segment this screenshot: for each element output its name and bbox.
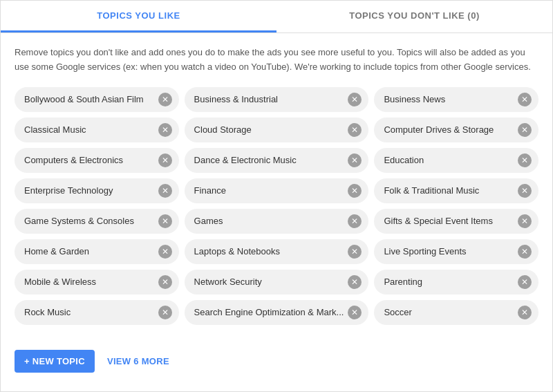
topic-remove-button[interactable]: ✕	[518, 275, 532, 289]
topic-label: Home & Garden	[24, 246, 154, 256]
topic-label: Bollywood & South Asian Film	[24, 94, 154, 104]
new-topic-button[interactable]: + NEW TOPIC	[15, 350, 95, 373]
topic-label: Game Systems & Consoles	[24, 216, 154, 226]
topic-remove-button[interactable]: ✕	[348, 153, 362, 167]
tab-bar: TOPICS YOU LIKETOPICS YOU DON'T LIKE (0)	[1, 1, 552, 33]
topic-remove-button[interactable]: ✕	[348, 275, 362, 289]
description-text: Remove topics you don't like and add one…	[15, 46, 538, 75]
topic-chip: Rock Music✕	[15, 300, 179, 325]
topic-remove-button[interactable]: ✕	[348, 245, 362, 259]
topic-label: Soccer	[384, 307, 514, 317]
topic-chip: Soccer✕	[374, 300, 538, 325]
topic-label: Search Engine Optimization & Mark...	[194, 307, 344, 317]
topic-remove-button[interactable]: ✕	[518, 123, 532, 137]
topic-chip: Dance & Electronic Music✕	[185, 148, 369, 173]
topic-remove-button[interactable]: ✕	[518, 245, 532, 259]
footer-bar: + NEW TOPIC VIEW 6 MORE	[1, 343, 552, 385]
topic-label: Business News	[384, 94, 514, 104]
topic-label: Live Sporting Events	[384, 246, 514, 256]
topic-label: Mobile & Wireless	[24, 277, 154, 287]
topic-chip: Cloud Storage✕	[185, 118, 369, 142]
topic-remove-button[interactable]: ✕	[518, 184, 532, 198]
topic-label: Rock Music	[24, 307, 154, 317]
topic-label: Finance	[194, 185, 344, 196]
topic-chip: Games✕	[185, 209, 369, 234]
topic-remove-button[interactable]: ✕	[158, 275, 172, 289]
topic-label: Enterprise Technology	[24, 185, 154, 196]
topic-label: Games	[194, 216, 344, 226]
topic-chip: Search Engine Optimization & Mark...✕	[185, 300, 369, 325]
topic-chip: Folk & Traditional Music✕	[374, 178, 538, 203]
topic-remove-button[interactable]: ✕	[348, 123, 362, 137]
topic-remove-button[interactable]: ✕	[518, 153, 532, 167]
topic-label: Network Security	[194, 277, 344, 287]
topic-chip: Game Systems & Consoles✕	[15, 209, 179, 234]
topic-remove-button[interactable]: ✕	[518, 93, 532, 106]
topic-remove-button[interactable]: ✕	[348, 214, 362, 228]
topic-chip: Classical Music✕	[15, 118, 179, 142]
topic-chip: Computers & Electronics✕	[15, 148, 179, 173]
topic-chip: Gifts & Special Event Items✕	[374, 209, 538, 234]
topic-label: Folk & Traditional Music	[384, 185, 514, 196]
content-area: Remove topics you don't like and add one…	[1, 33, 552, 343]
topic-chip: Mobile & Wireless✕	[15, 270, 179, 295]
topic-remove-button[interactable]: ✕	[348, 93, 362, 106]
topic-chip: Business News✕	[374, 87, 538, 112]
topic-label: Education	[384, 155, 514, 165]
topic-chip: Enterprise Technology✕	[15, 178, 179, 203]
topic-chip: Education✕	[374, 148, 538, 173]
topics-grid: Bollywood & South Asian Film✕Business & …	[15, 87, 538, 325]
topic-chip: Business & Industrial✕	[185, 87, 369, 112]
topic-remove-button[interactable]: ✕	[158, 153, 172, 167]
view-more-button[interactable]: VIEW 6 MORE	[107, 356, 169, 366]
topic-chip: Home & Garden✕	[15, 239, 179, 264]
topic-label: Computer Drives & Storage	[384, 124, 514, 135]
topic-label: Computers & Electronics	[24, 155, 154, 165]
topic-remove-button[interactable]: ✕	[158, 306, 172, 319]
topic-remove-button[interactable]: ✕	[158, 123, 172, 137]
main-container: TOPICS YOU LIKETOPICS YOU DON'T LIKE (0)…	[0, 0, 553, 392]
topic-label: Dance & Electronic Music	[194, 155, 344, 165]
topic-remove-button[interactable]: ✕	[158, 184, 172, 198]
topic-remove-button[interactable]: ✕	[158, 93, 172, 106]
topic-remove-button[interactable]: ✕	[158, 245, 172, 259]
topic-remove-button[interactable]: ✕	[348, 306, 362, 319]
topic-label: Classical Music	[24, 124, 154, 135]
topic-chip: Parenting✕	[374, 270, 538, 295]
topic-remove-button[interactable]: ✕	[348, 184, 362, 198]
topic-chip: Computer Drives & Storage✕	[374, 118, 538, 142]
tab-topics-you-dont-like[interactable]: TOPICS YOU DON'T LIKE (0)	[276, 1, 552, 32]
topic-remove-button[interactable]: ✕	[518, 306, 532, 319]
topic-label: Parenting	[384, 277, 514, 287]
topic-remove-button[interactable]: ✕	[518, 214, 532, 228]
topic-chip: Live Sporting Events✕	[374, 239, 538, 264]
topic-chip: Laptops & Notebooks✕	[185, 239, 369, 264]
topic-remove-button[interactable]: ✕	[158, 214, 172, 228]
topic-label: Gifts & Special Event Items	[384, 216, 514, 226]
topic-label: Cloud Storage	[194, 124, 344, 135]
topic-label: Laptops & Notebooks	[194, 246, 344, 256]
topic-label: Business & Industrial	[194, 94, 344, 104]
topic-chip: Network Security✕	[185, 270, 369, 295]
tab-topics-you-like[interactable]: TOPICS YOU LIKE	[1, 1, 276, 32]
topic-chip: Finance✕	[185, 178, 369, 203]
topic-chip: Bollywood & South Asian Film✕	[15, 87, 179, 112]
